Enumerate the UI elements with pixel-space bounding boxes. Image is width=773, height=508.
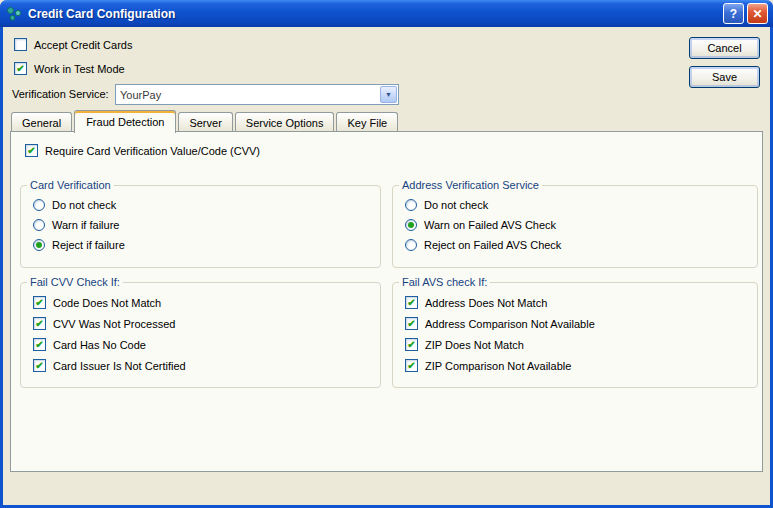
- fraud-detection-panel: ✔ Require Card Verification Value/Code (…: [10, 131, 763, 472]
- checkbox-label: Code Does Not Match: [53, 297, 161, 309]
- avs-title: Address Verification Service: [399, 179, 542, 191]
- titlebar[interactable]: Credit Card Configuration ? ✕: [0, 0, 773, 27]
- close-icon[interactable]: ✕: [747, 3, 768, 24]
- app-icon: [6, 6, 23, 22]
- checkbox-checked-icon: ✔: [405, 317, 418, 330]
- work-in-test-mode-label: Work in Test Mode: [34, 63, 125, 75]
- fail-cvv-title: Fail CVV Check If:: [27, 276, 123, 288]
- radio-reject-if-failure[interactable]: Reject if failure: [33, 239, 380, 251]
- checkbox-address-does-not-match[interactable]: ✔ Address Does Not Match: [405, 296, 757, 309]
- radio-reject-on-failed-avs[interactable]: Reject on Failed AVS Check: [405, 239, 757, 251]
- radio-icon: [33, 199, 45, 211]
- avs-group: Address Verification Service Do not chec…: [392, 179, 758, 268]
- checkbox-label: CVV Was Not Processed: [53, 318, 175, 330]
- radio-label: Warn on Failed AVS Check: [424, 219, 556, 231]
- radio-label: Reject if failure: [52, 239, 125, 251]
- chevron-down-icon[interactable]: ▼: [380, 86, 397, 103]
- work-in-test-mode-checkbox[interactable]: ✔ Work in Test Mode: [14, 62, 125, 75]
- checkbox-icon: [14, 38, 27, 51]
- radio-warn-if-failure[interactable]: Warn if failure: [33, 219, 380, 231]
- radio-avs-do-not-check[interactable]: Do not check: [405, 199, 757, 211]
- require-cvv-checkbox[interactable]: ✔ Require Card Verification Value/Code (…: [25, 144, 260, 157]
- tab-service-options[interactable]: Service Options: [235, 112, 335, 132]
- checkbox-checked-icon: ✔: [33, 296, 46, 309]
- checkbox-checked-icon: ✔: [14, 62, 27, 75]
- verification-service-value: YourPay: [116, 89, 379, 101]
- credit-card-configuration-dialog: Credit Card Configuration ? ✕ Accept Cre…: [0, 0, 773, 508]
- checkbox-code-does-not-match[interactable]: ✔ Code Does Not Match: [33, 296, 380, 309]
- radio-label: Do not check: [424, 199, 488, 211]
- radio-label: Do not check: [52, 199, 116, 211]
- checkbox-checked-icon: ✔: [33, 359, 46, 372]
- accept-credit-cards-label: Accept Credit Cards: [34, 39, 132, 51]
- checkbox-checked-icon: ✔: [405, 338, 418, 351]
- radio-selected-icon: [33, 239, 45, 251]
- radio-do-not-check[interactable]: Do not check: [33, 199, 380, 211]
- fail-avs-group: Fail AVS check If: ✔ Address Does Not Ma…: [392, 276, 758, 388]
- card-verification-title: Card Verification: [27, 179, 114, 191]
- checkbox-label: Card Issuer Is Not Certified: [53, 360, 186, 372]
- window-title: Credit Card Configuration: [28, 7, 720, 21]
- accept-credit-cards-checkbox[interactable]: Accept Credit Cards: [14, 38, 132, 51]
- tab-server[interactable]: Server: [178, 112, 232, 132]
- cancel-button[interactable]: Cancel: [689, 37, 760, 59]
- tab-general[interactable]: General: [11, 112, 72, 132]
- checkbox-label: ZIP Comparison Not Available: [425, 360, 571, 372]
- checkbox-label: ZIP Does Not Match: [425, 339, 524, 351]
- help-icon[interactable]: ?: [723, 3, 744, 24]
- tab-strip: General Fraud Detection Server Service O…: [11, 111, 400, 132]
- radio-icon: [33, 219, 45, 231]
- card-verification-group: Card Verification Do not check Warn if f…: [20, 179, 381, 268]
- verification-service-select[interactable]: YourPay ▼: [115, 84, 399, 105]
- checkbox-checked-icon: ✔: [33, 317, 46, 330]
- radio-label: Warn if failure: [52, 219, 119, 231]
- checkbox-label: Address Does Not Match: [425, 297, 547, 309]
- checkbox-label: Card Has No Code: [53, 339, 146, 351]
- fail-cvv-group: Fail CVV Check If: ✔ Code Does Not Match…: [20, 276, 381, 388]
- tab-key-file[interactable]: Key File: [336, 112, 398, 132]
- checkbox-checked-icon: ✔: [33, 338, 46, 351]
- checkbox-card-issuer-not-certified[interactable]: ✔ Card Issuer Is Not Certified: [33, 359, 380, 372]
- checkbox-card-has-no-code[interactable]: ✔ Card Has No Code: [33, 338, 380, 351]
- checkbox-checked-icon: ✔: [405, 359, 418, 372]
- checkbox-checked-icon: ✔: [405, 296, 418, 309]
- verification-service-label: Verification Service:: [12, 88, 109, 100]
- checkbox-label: Address Comparison Not Available: [425, 318, 595, 330]
- radio-icon: [405, 199, 417, 211]
- checkbox-cvv-not-processed[interactable]: ✔ CVV Was Not Processed: [33, 317, 380, 330]
- fail-avs-title: Fail AVS check If:: [399, 276, 490, 288]
- checkbox-checked-icon: ✔: [25, 144, 38, 157]
- checkbox-zip-comparison-not-available[interactable]: ✔ ZIP Comparison Not Available: [405, 359, 757, 372]
- checkbox-address-comparison-not-available[interactable]: ✔ Address Comparison Not Available: [405, 317, 757, 330]
- checkbox-zip-does-not-match[interactable]: ✔ ZIP Does Not Match: [405, 338, 757, 351]
- require-cvv-label: Require Card Verification Value/Code (CV…: [45, 145, 260, 157]
- radio-selected-icon: [405, 219, 417, 231]
- tab-fraud-detection[interactable]: Fraud Detection: [74, 110, 176, 133]
- radio-icon: [405, 239, 417, 251]
- radio-warn-on-failed-avs[interactable]: Warn on Failed AVS Check: [405, 219, 757, 231]
- save-button[interactable]: Save: [689, 66, 760, 88]
- radio-label: Reject on Failed AVS Check: [424, 239, 561, 251]
